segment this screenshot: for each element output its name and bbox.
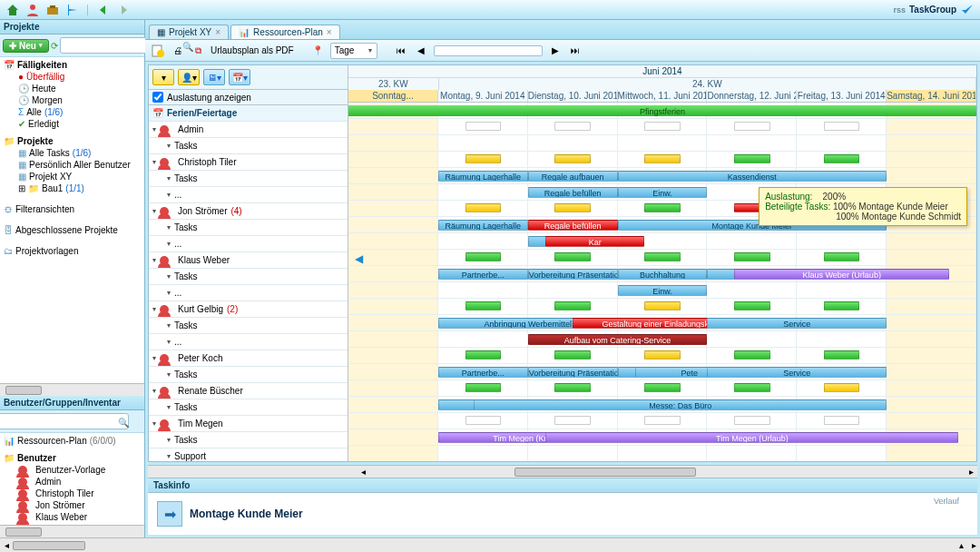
task-bar[interactable]: Regale aufbauen — [528, 171, 618, 182]
gantt-day-header[interactable]: Dienstag, 10. Juni 2014 — [528, 90, 618, 102]
back-icon[interactable] — [96, 3, 111, 17]
left-tree-scrollbar[interactable] — [0, 383, 144, 396]
last-icon[interactable]: ⏭ — [568, 44, 583, 58]
tree-item[interactable]: 🕒Morgen — [4, 94, 142, 106]
search-icon[interactable]: 🔍 — [118, 418, 129, 428]
task-bar[interactable]: Buchhaltung — [618, 269, 708, 280]
resource-sub[interactable]: ▾... — [149, 187, 348, 203]
task-bar[interactable]: Service — [707, 367, 887, 378]
gantt-body[interactable]: PfingstferienRäumung LagerhalleRegale au… — [348, 103, 976, 461]
tree-item[interactable]: 🕒Heute — [4, 83, 142, 94]
task-bar[interactable]: Kar — [545, 236, 644, 247]
resource-sub[interactable]: ▾Tasks — [149, 399, 348, 416]
tree-item[interactable]: ▦Alle Tasks (1/6) — [4, 147, 142, 159]
tree-item[interactable]: Christoph Tiler — [4, 488, 142, 499]
tree-item[interactable]: ▦Persönlich Aller Benutzer — [4, 159, 142, 171]
pin-icon[interactable]: 📍 — [310, 44, 325, 58]
next-icon[interactable]: ▶ — [548, 44, 563, 58]
task-bar[interactable]: Regale befüllen — [528, 187, 618, 198]
resource-sub[interactable]: ▾... — [149, 236, 348, 252]
scroll-left-icon[interactable]: ◂ — [0, 540, 13, 550]
gantt-day-header[interactable]: Freitag, 13. Juni 2014 — [797, 90, 887, 102]
resource-sub[interactable]: ▾Tasks — [149, 432, 348, 448]
resource-group[interactable]: 📅Ferien/Feiertage — [149, 105, 348, 122]
resource-sub[interactable]: ▾Tasks — [149, 220, 348, 236]
task-bar[interactable]: Vorbereitung Präsentation — [528, 367, 618, 378]
gantt-day-header[interactable]: Sonntag... — [348, 90, 438, 102]
tree-node-faelligkeiten[interactable]: 📅Fälligkeiten — [4, 59, 142, 71]
resource-sub[interactable]: ▾Tasks — [149, 171, 348, 187]
tree-node-abg[interactable]: 🗄Abgeschlossene Projekte — [4, 224, 142, 236]
tree-item[interactable]: ●Überfällig — [4, 71, 142, 83]
resource-sub[interactable]: ▾... — [149, 334, 348, 350]
refresh-icon[interactable]: ⟳ — [51, 41, 58, 51]
gantt-day-header[interactable]: Mittwoch, 11. Juni 2014 — [618, 90, 708, 102]
gantt-day-header[interactable]: Samstag, 14. Juni 2014 — [887, 90, 976, 102]
bgi-search-input[interactable] — [0, 413, 129, 429]
close-icon[interactable]: × — [327, 27, 332, 37]
scroll-right-icon[interactable]: ▸ — [965, 467, 977, 477]
auslastung-input[interactable] — [152, 92, 163, 103]
resource-person[interactable]: ▾Admin — [149, 122, 348, 138]
home-icon[interactable] — [5, 3, 20, 17]
user-icon[interactable] — [25, 3, 40, 17]
date-slider[interactable] — [434, 45, 543, 56]
task-bar[interactable]: Aufbau vom Catering-Service — [528, 334, 708, 345]
task-bar[interactable]: Kassendienst — [618, 171, 887, 182]
new-button[interactable]: ✚Neu▾ — [3, 39, 49, 53]
flag-icon[interactable] — [65, 3, 80, 17]
tree-item[interactable]: Admin — [4, 476, 142, 488]
task-bar[interactable]: Partnerbe... — [438, 367, 528, 378]
tree-item[interactable]: ⊞📁Bau1 (1/1) — [4, 182, 142, 194]
resource-person[interactable]: ▾Klaus Weber — [149, 252, 348, 269]
tree-item[interactable]: Klaus Weber — [4, 511, 142, 523]
nav-prev-icon[interactable]: ◀ — [355, 252, 363, 265]
bgi-scrollbar[interactable] — [0, 525, 144, 537]
gantt-day-header[interactable]: Donnerstag, 12. Juni 2014 — [707, 90, 797, 102]
unit-dropdown[interactable]: Tage▼ — [330, 43, 378, 59]
task-bar[interactable]: Tim Megen (Urlaub) — [545, 432, 958, 443]
scroll-up-icon[interactable]: ▴ — [955, 540, 967, 550]
briefcase-icon[interactable] — [45, 3, 60, 17]
tree-node-benutzer[interactable]: 📁Benutzer — [4, 452, 142, 464]
first-icon[interactable]: ⏮ — [394, 44, 408, 58]
resource-person[interactable]: ▾Christoph Tiler — [149, 154, 348, 171]
scroll-right-icon[interactable]: ▸ — [967, 540, 980, 550]
tree-item[interactable]: ▦Projekt XY — [4, 171, 142, 182]
filter3-button[interactable]: 🖥▾ — [203, 69, 225, 85]
resource-sub[interactable]: ▾Tasks — [149, 269, 348, 285]
task-bar[interactable]: Einw. — [618, 187, 708, 198]
resource-person[interactable]: ▾Tim Megen — [149, 416, 348, 432]
forward-icon[interactable] — [116, 3, 131, 17]
tree-node-filter[interactable]: ⯐Filteransichten — [4, 203, 142, 215]
task-bar[interactable]: Räumung Lagerhalle — [438, 220, 528, 231]
close-icon[interactable]: × — [215, 27, 220, 37]
tree-item[interactable]: ΣAlle (1/6) — [4, 106, 142, 118]
filter2-button[interactable]: 👤▾ — [178, 69, 200, 85]
task-bar[interactable]: Messe: Das Büro — [474, 399, 887, 410]
task-bar[interactable]: Regale befüllen — [528, 220, 618, 231]
resource-sub[interactable]: ▾Support — [149, 448, 348, 461]
tree-item[interactable]: Jon Strömer — [4, 499, 142, 511]
resource-person[interactable]: ▾Jon Strömer (4) — [149, 203, 348, 220]
tree-item[interactable]: ✔Erledigt — [4, 118, 142, 130]
app-bottom-scrollbar[interactable]: ◂ ▴ ▸ — [0, 537, 980, 552]
tab-projekt-xy[interactable]: ▦Projekt XY× — [149, 25, 229, 39]
tree-node-projekte[interactable]: 📁Projekte — [4, 135, 142, 147]
tab-ressourcen-plan[interactable]: 📊Ressourcen-Plan× — [230, 25, 340, 39]
resource-sub[interactable]: ▾Tasks — [149, 318, 348, 334]
resource-person[interactable]: ▾Peter Koch — [149, 350, 348, 367]
filter1-button[interactable]: ▾ — [152, 69, 174, 85]
gantt-day-header[interactable]: Montag, 9. Juni 2014 — [438, 90, 528, 102]
auslastung-checkbox[interactable]: Auslastung anzeigen — [149, 90, 348, 105]
task-bar[interactable]: Partnerbe... — [438, 269, 528, 280]
resource-person[interactable]: ▾Kurt Gelbig (2) — [149, 301, 348, 318]
gantt-scrollbar[interactable]: ◂ ▸ — [148, 465, 977, 478]
scroll-left-icon[interactable]: ◂ — [357, 467, 369, 477]
tree-node-pvl[interactable]: 🗂Projektvorlagen — [4, 245, 142, 257]
filter4-button[interactable]: 📅▾ — [229, 69, 250, 85]
resource-person[interactable]: ▾Renate Büscher — [149, 383, 348, 399]
task-bar[interactable]: Service — [707, 318, 887, 329]
task-bar[interactable]: Räumung Lagerhalle — [438, 171, 528, 182]
task-bar[interactable]: Klaus Weber (Urlaub) — [734, 269, 949, 280]
